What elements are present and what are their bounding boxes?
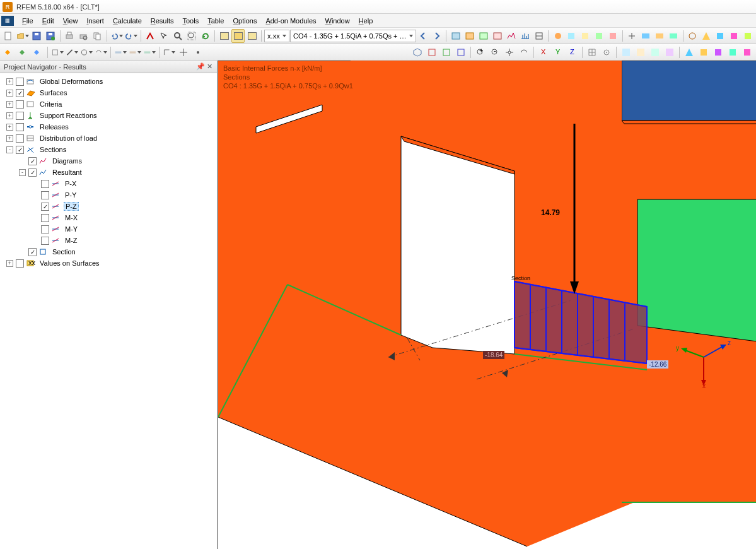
tree-item-criteria[interactable]: +Criteria [1,98,216,110]
result-btn-8[interactable] [551,29,564,43]
result-btn-17[interactable] [686,29,699,43]
axis-y-button[interactable]: Y [551,45,565,59]
tree-item-section[interactable]: Section [1,246,216,257]
load-case-combo[interactable]: CO4 - 1.35G + 1.5QiA + 0.75Qs + 0.9Qw [290,30,416,42]
view-z-button[interactable] [454,45,468,59]
menu-tools[interactable]: Tools [178,16,203,26]
tool2-2[interactable] [16,45,30,59]
result-btn-2[interactable] [463,29,476,43]
result-btn-21[interactable] [741,29,754,43]
tree-item-diagrams[interactable]: Diagrams [1,155,216,167]
tree-item-m-y[interactable]: M-Y [1,223,216,235]
axis-z-button[interactable]: Z [566,45,579,59]
tree-item-releases[interactable]: +Releases [1,121,216,133]
view-x-button[interactable] [425,45,439,59]
tree-checkbox[interactable] [41,214,49,222]
results-tree[interactable]: +Global Deformations+Surfaces+Criteria+S… [0,73,217,549]
tree-toggle-icon[interactable]: + [6,78,13,85]
tree-toggle-icon[interactable]: + [6,260,13,267]
result-btn-3[interactable] [477,29,490,43]
copy-button[interactable] [91,29,104,43]
result-btn-7[interactable] [532,29,545,43]
tree-checkbox[interactable] [28,157,37,165]
pin-icon[interactable]: 📌 [197,63,204,71]
zoom-all-button[interactable] [185,29,198,43]
tool2-3[interactable] [31,45,45,59]
render-2-button[interactable] [634,45,648,59]
close-panel-icon[interactable]: ✕ [206,63,213,71]
menu-options[interactable]: Options [228,16,261,26]
result-btn-12[interactable] [607,29,620,43]
result-btn-5[interactable] [504,29,518,43]
tool2-8[interactable] [113,45,127,59]
misc-3-button[interactable] [711,45,725,59]
tool2-11[interactable] [162,45,176,59]
save-button[interactable] [30,29,44,43]
tree-toggle-icon[interactable]: + [6,135,13,142]
tree-toggle-icon[interactable]: + [6,90,13,97]
view-mode-3-button[interactable] [245,29,259,43]
result-btn-15[interactable] [653,29,666,43]
result-btn-10[interactable] [579,29,592,43]
tree-toggle-icon[interactable]: + [6,112,13,119]
misc-2-button[interactable] [697,45,711,59]
redo-button[interactable] [124,29,138,43]
print-button[interactable] [63,29,76,43]
rotate-button[interactable] [517,45,531,59]
result-btn-20[interactable] [727,29,740,43]
view-mode-2-button[interactable] [231,29,245,43]
tool2-6[interactable] [79,45,93,59]
tree-checkbox[interactable] [41,203,49,211]
tree-checkbox[interactable] [41,225,49,233]
tree-item-values-on-surfaces[interactable]: +xxValues on Surfaces [1,257,216,269]
tool2-10[interactable] [142,45,156,59]
misc-1-button[interactable] [682,45,696,59]
tree-item-distribution-of-load[interactable]: +Distribution of load [1,133,216,144]
model-viewport[interactable]: Basic Internal Forces n-x [kN/m] Section… [218,61,756,549]
select-button[interactable] [158,29,171,43]
combo-small[interactable]: x.xx [264,30,289,42]
view-iso-button[interactable] [410,45,424,59]
tree-toggle-icon[interactable]: + [6,124,13,131]
result-btn-19[interactable] [713,29,726,43]
tree-item-sections[interactable]: -Sections [1,144,216,155]
tree-item-global-deformations[interactable]: +Global Deformations [1,76,216,87]
result-btn-1[interactable] [449,29,462,43]
menu-view[interactable]: View [59,16,83,26]
tree-toggle-icon[interactable]: - [19,169,26,176]
tool2-13[interactable] [191,45,205,59]
menu-insert[interactable]: Insert [82,16,108,26]
result-btn-18[interactable] [700,29,713,43]
tool2-5[interactable] [65,45,79,59]
save-as-button[interactable] [44,29,57,43]
tool2-12[interactable] [177,45,190,59]
tree-checkbox[interactable] [16,134,24,143]
tree-checkbox[interactable] [16,100,24,109]
result-btn-4[interactable] [491,29,504,43]
refresh-button[interactable] [199,29,212,43]
tree-item-p-y[interactable]: P-Y [1,189,216,201]
misc-4-button[interactable] [726,45,740,59]
zoom-win-button[interactable]: + [474,45,487,59]
menu-help[interactable]: Help [354,16,378,26]
prev-case-button[interactable] [417,29,430,43]
tree-toggle-icon[interactable]: + [6,101,13,108]
tree-checkbox[interactable] [41,191,49,199]
pan-button[interactable] [503,45,516,59]
tree-item-resultant[interactable]: -Resultant [1,167,216,178]
view-y-button[interactable] [439,45,453,59]
calc-button[interactable] [144,29,157,43]
result-btn-13[interactable] [625,29,639,43]
zoom-out-button[interactable]: - [488,45,502,59]
tool2-9[interactable] [128,45,142,59]
tree-item-support-reactions[interactable]: +Support Reactions [1,110,216,121]
menu-add-on-modules[interactable]: Add-on Modules [261,16,320,26]
misc-5-button[interactable] [740,45,754,59]
tree-item-p-x[interactable]: P-X [1,178,216,189]
menu-file[interactable]: File [18,16,38,26]
tool2-4[interactable] [50,45,64,59]
tree-checkbox[interactable] [28,168,37,177]
render-1-button[interactable] [619,45,633,59]
result-btn-16[interactable] [667,29,680,43]
tree-checkbox[interactable] [41,180,49,188]
